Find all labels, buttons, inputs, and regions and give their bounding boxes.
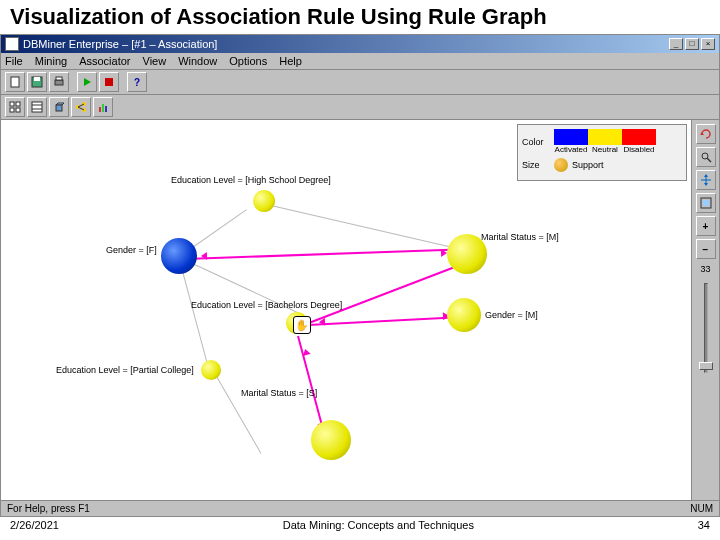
edge (271, 205, 456, 249)
zoom-icon (700, 151, 712, 163)
menu-file[interactable]: File (5, 55, 23, 67)
slide-title: Visualization of Association Rule Using … (0, 0, 720, 34)
print-icon (53, 76, 65, 88)
right-toolbar: + − 33 (691, 120, 719, 500)
svg-rect-2 (34, 77, 40, 81)
fit-button[interactable] (696, 193, 716, 213)
menu-view[interactable]: View (143, 55, 167, 67)
svg-rect-22 (102, 104, 104, 112)
print-button[interactable] (49, 72, 69, 92)
legend-swatch-neutral (588, 129, 622, 145)
footer-date: 2/26/2021 (10, 519, 59, 531)
menu-help[interactable]: Help (279, 55, 302, 67)
table-icon (31, 101, 43, 113)
stop-icon (103, 76, 115, 88)
svg-rect-11 (32, 102, 42, 112)
node-label: Education Level = [Bachelors Degree] (191, 300, 342, 310)
graph-node[interactable] (311, 420, 351, 460)
question-icon: ? (134, 77, 140, 88)
node-label: Marital Status = [M] (481, 232, 559, 242)
svg-marker-30 (704, 183, 708, 186)
edge-rule (308, 316, 453, 326)
view-graph-button[interactable] (71, 97, 91, 117)
window-title: DBMiner Enterprise – [#1 – Association] (23, 38, 217, 50)
menu-mining[interactable]: Mining (35, 55, 67, 67)
grid-icon (9, 101, 21, 113)
minimize-button[interactable]: _ (669, 38, 683, 50)
plus-button[interactable]: + (696, 216, 716, 236)
help-button[interactable]: ? (127, 72, 147, 92)
svg-rect-32 (703, 200, 709, 206)
new-button[interactable] (5, 72, 25, 92)
fit-icon (700, 197, 712, 209)
graph-node[interactable] (447, 234, 487, 274)
menubar: File Mining Associator View Window Optio… (1, 53, 719, 70)
app-window: DBMiner Enterprise – [#1 – Association] … (0, 34, 720, 517)
edge (181, 265, 208, 362)
rotate-icon (700, 128, 712, 140)
plus-icon: + (703, 221, 709, 232)
node-label: Education Level = [High School Degree] (171, 175, 331, 185)
minus-icon: − (703, 244, 709, 255)
svg-marker-24 (700, 132, 704, 135)
rotate-button[interactable] (696, 124, 716, 144)
menu-options[interactable]: Options (229, 55, 267, 67)
svg-marker-5 (84, 78, 91, 86)
threshold-slider[interactable] (704, 283, 708, 373)
minus-button[interactable]: − (696, 239, 716, 259)
view-chart-button[interactable] (93, 97, 113, 117)
arrow-icon (201, 252, 207, 260)
node-label: Gender = [M] (485, 310, 538, 320)
svg-rect-8 (16, 102, 20, 106)
view-grid-button[interactable] (5, 97, 25, 117)
svg-rect-4 (56, 77, 62, 80)
zoom-button[interactable] (696, 147, 716, 167)
footer-center: Data Mining: Concepts and Techniques (283, 519, 474, 531)
legend-label: Activated (554, 145, 588, 154)
maximize-button[interactable]: □ (685, 38, 699, 50)
play-icon (81, 76, 93, 88)
svg-rect-10 (16, 108, 20, 112)
main-toolbar: ? (1, 70, 719, 95)
svg-rect-7 (10, 102, 14, 106)
run-button[interactable] (77, 72, 97, 92)
menu-associator[interactable]: Associator (79, 55, 130, 67)
edge-rule (186, 249, 451, 260)
svg-rect-6 (105, 78, 113, 86)
graph-node[interactable] (253, 190, 275, 212)
save-button[interactable] (27, 72, 47, 92)
view-3d-button[interactable] (49, 97, 69, 117)
slide-footer: 2/26/2021 Data Mining: Concepts and Tech… (0, 517, 720, 533)
chart-icon (97, 101, 109, 113)
menu-window[interactable]: Window (178, 55, 217, 67)
legend-panel: Color Activated Neutral Disabled (517, 124, 687, 181)
move-icon (700, 174, 712, 186)
slider-value: 33 (700, 264, 710, 274)
legend-label: Neutral (588, 145, 622, 154)
view-table-button[interactable] (27, 97, 47, 117)
svg-rect-23 (105, 106, 107, 112)
stop-button[interactable] (99, 72, 119, 92)
slider-thumb[interactable] (699, 362, 713, 370)
svg-rect-15 (56, 105, 62, 111)
graph-node[interactable] (201, 360, 221, 380)
legend-ball-icon (554, 158, 568, 172)
move-button[interactable] (696, 170, 716, 190)
status-left: For Help, press F1 (7, 503, 90, 514)
legend-swatch-disabled (622, 129, 656, 145)
arrow-icon (301, 348, 310, 356)
save-icon (31, 76, 43, 88)
view-toolbar (1, 95, 719, 120)
rule-graph-canvas[interactable]: Education Level = [High School Degree] G… (1, 120, 691, 500)
main-area: Education Level = [High School Degree] G… (1, 120, 719, 500)
svg-rect-21 (99, 107, 101, 112)
statusbar: For Help, press F1 NUM (1, 500, 719, 516)
node-label: Gender = [F] (106, 245, 157, 255)
footer-page: 34 (698, 519, 710, 531)
new-icon (9, 76, 21, 88)
graph-node-active[interactable] (161, 238, 197, 274)
svg-line-26 (707, 158, 711, 162)
legend-color-label: Color (522, 137, 550, 147)
close-button[interactable]: × (701, 38, 715, 50)
graph-node[interactable] (447, 298, 481, 332)
